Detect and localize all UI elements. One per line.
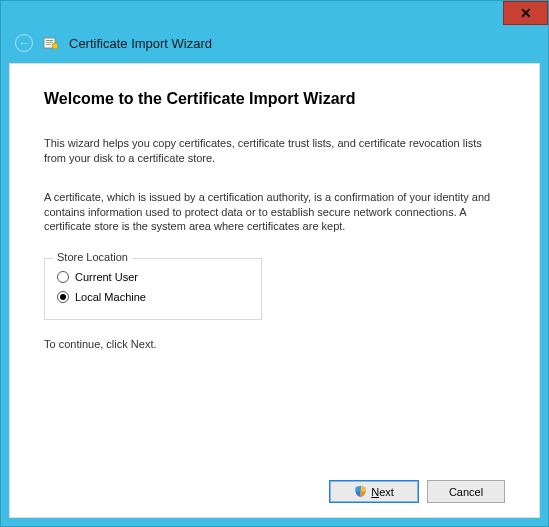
svg-rect-3 bbox=[46, 44, 51, 45]
radio-label: Current User bbox=[75, 271, 138, 283]
wizard-content: Welcome to the Certificate Import Wizard… bbox=[9, 63, 540, 518]
back-arrow-icon: ← bbox=[19, 37, 30, 49]
cancel-label: Cancel bbox=[449, 486, 483, 498]
radio-icon bbox=[57, 271, 69, 283]
back-button: ← bbox=[15, 34, 33, 52]
wizard-page: Welcome to the Certificate Import Wizard… bbox=[44, 90, 505, 470]
svg-point-4 bbox=[52, 43, 58, 49]
cancel-button[interactable]: Cancel bbox=[427, 480, 505, 503]
radio-local-machine[interactable]: Local Machine bbox=[57, 287, 249, 307]
title-bar: ✕ bbox=[1, 1, 548, 25]
certificate-wizard-icon bbox=[43, 35, 59, 51]
shield-icon bbox=[354, 485, 367, 498]
radio-label: Local Machine bbox=[75, 291, 146, 303]
intro-text: This wizard helps you copy certificates,… bbox=[44, 136, 505, 166]
store-location-group: Store Location Current User Local Machin… bbox=[44, 258, 262, 320]
radio-current-user[interactable]: Current User bbox=[57, 267, 249, 287]
continue-note: To continue, click Next. bbox=[44, 338, 505, 350]
close-button[interactable]: ✕ bbox=[503, 1, 548, 25]
next-button[interactable]: Next bbox=[329, 480, 419, 503]
store-location-legend: Store Location bbox=[53, 251, 132, 263]
wizard-header: ← Certificate Import Wizard bbox=[1, 25, 548, 62]
description-text: A certificate, which is issued by a cert… bbox=[44, 190, 505, 235]
svg-rect-2 bbox=[46, 42, 53, 43]
next-label-rest: ext bbox=[379, 486, 394, 498]
close-icon: ✕ bbox=[520, 5, 532, 21]
page-title: Welcome to the Certificate Import Wizard bbox=[44, 90, 505, 108]
button-row: Next Cancel bbox=[44, 470, 505, 503]
radio-icon-checked bbox=[57, 291, 69, 303]
wizard-window: ✕ ← Certificate Import Wizard Welcome to… bbox=[0, 0, 549, 527]
svg-rect-1 bbox=[46, 40, 53, 41]
wizard-title: Certificate Import Wizard bbox=[69, 36, 212, 51]
